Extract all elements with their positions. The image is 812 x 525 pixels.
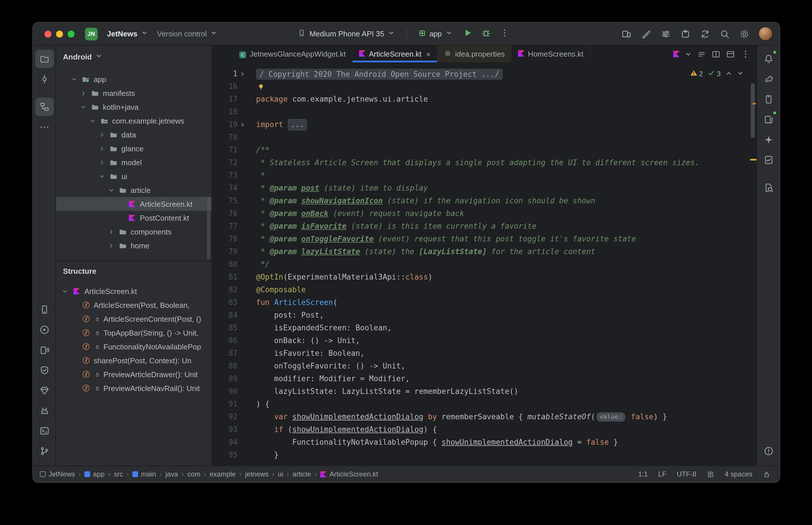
fold-arrow-icon[interactable] xyxy=(238,68,248,80)
app-quality-insights-icon[interactable] xyxy=(759,151,778,169)
breadcrumb-src[interactable]: src xyxy=(114,470,123,478)
chevron-expanded-icon[interactable] xyxy=(70,76,78,82)
editor-gutter[interactable]: 79 xyxy=(212,245,248,258)
file-encoding[interactable]: UTF-8 xyxy=(677,470,696,478)
code-line-83[interactable]: 83fun ArticleScreen( xyxy=(212,296,756,309)
analysis-marker[interactable] xyxy=(752,103,756,105)
readonly-toggle-icon[interactable] xyxy=(763,470,770,478)
editor-gutter[interactable]: 89 xyxy=(212,373,248,385)
editor-gutter[interactable]: 1 xyxy=(212,68,248,80)
breadcrumb-ui[interactable]: ui xyxy=(278,470,283,478)
search-everywhere-icon[interactable] xyxy=(717,26,733,42)
code-line-79[interactable]: 79 * @param lazyListState (state) the [L… xyxy=(212,245,756,258)
caret-position[interactable]: 1:1 xyxy=(638,470,648,478)
profile-avatar[interactable] xyxy=(758,27,773,41)
editor-preview-icon[interactable] xyxy=(726,49,735,59)
code-line-74[interactable]: 74 * @param post (state) item to display xyxy=(212,182,756,195)
settings-icon[interactable] xyxy=(736,26,752,42)
chevron-collapsed-icon[interactable] xyxy=(107,242,115,249)
project-tree-item-manifests[interactable]: manifests xyxy=(56,86,211,100)
project-tree-item-home[interactable]: home xyxy=(56,239,211,252)
structure-item-articlescreen-kt[interactable]: ArticleScreen.kt xyxy=(56,284,211,298)
line-separator[interactable]: LF xyxy=(658,470,666,478)
code-line-72[interactable]: 72 * Stateless Article Screen that displ… xyxy=(212,156,756,169)
chevron-collapsed-icon[interactable] xyxy=(107,228,115,235)
vcs-widget[interactable]: Version control xyxy=(152,27,222,41)
editor-gutter[interactable]: 88 xyxy=(212,360,248,373)
logcat-icon[interactable] xyxy=(35,401,54,420)
more-run-actions-button[interactable] xyxy=(496,26,512,42)
project-tree-item-articlescreen-kt[interactable]: ArticleScreen.kt xyxy=(56,197,211,211)
editor-gutter[interactable]: 19 xyxy=(212,118,248,131)
project-tree-item-model[interactable]: model xyxy=(56,155,211,169)
project-view-selector[interactable]: Android xyxy=(56,48,211,65)
project-tree-scrollbar[interactable] xyxy=(207,197,210,259)
editor-gutter[interactable]: 73 xyxy=(212,169,248,182)
run-config-selector[interactable]: app xyxy=(414,27,457,41)
editor-gutter[interactable]: 80 xyxy=(212,258,248,271)
breadcrumb-java[interactable]: java xyxy=(165,470,178,478)
code-line-76[interactable]: 76 * @param onBack (event) request navig… xyxy=(212,207,756,220)
chevron-expanded-icon[interactable] xyxy=(61,288,69,294)
code-line-86[interactable]: 86 onBack: () -> Unit, xyxy=(212,334,756,347)
notifications-bell-icon[interactable] xyxy=(759,50,778,68)
code-line-85[interactable]: 85 isExpandedScreen: Boolean, xyxy=(212,322,756,334)
minimize-window-button[interactable] xyxy=(56,30,63,37)
version-control-tool-icon[interactable] xyxy=(35,442,54,460)
project-tree-item-ui[interactable]: ui xyxy=(56,169,211,183)
code-line-70[interactable]: 70 xyxy=(212,131,756,144)
code-line-91[interactable]: 91) { xyxy=(212,398,756,411)
app-inspection-icon[interactable] xyxy=(35,361,54,379)
code-line-89[interactable]: 89 modifier: Modifier = Modifier, xyxy=(212,373,756,385)
chevron-expanded-icon[interactable] xyxy=(98,173,106,179)
code-line-81[interactable]: 81@OptIn(ExperimentalMaterial3Api::class… xyxy=(212,271,756,284)
code-line-18[interactable]: 18 xyxy=(212,106,756,118)
code-line-16[interactable]: 16 xyxy=(212,80,756,93)
project-tree-item-app[interactable]: app xyxy=(56,72,211,86)
editor-gutter[interactable]: 94 xyxy=(212,436,248,449)
code-line-17[interactable]: 17package com.example.jetnews.ui.article xyxy=(212,93,756,106)
editor-gutter[interactable]: 81 xyxy=(212,271,248,284)
code-line-71[interactable]: 71/** xyxy=(212,144,756,156)
code-line-78[interactable]: 78 * @param onToggleFavorite (event) req… xyxy=(212,233,756,245)
project-tree-item-glance[interactable]: glance xyxy=(56,141,211,155)
project-tool-icon[interactable] xyxy=(35,50,54,68)
indent-config[interactable]: 4 spaces xyxy=(725,470,752,478)
structure-item-functionalitynotavailablepop[interactable]: fFunctionalityNotAvailablePop xyxy=(56,340,211,354)
code-line-80[interactable]: 80 */ xyxy=(212,258,756,271)
ai-assistant-icon[interactable] xyxy=(638,26,654,42)
running-devices-tool-icon[interactable] xyxy=(35,341,54,359)
code-line-95[interactable]: 95 } xyxy=(212,449,756,462)
editor-gutter[interactable]: 83 xyxy=(212,296,248,309)
inspection-widget[interactable]: 2 3 xyxy=(688,68,746,80)
structure-item-topappbar-string-unit[interactable]: fTopAppBar(String, () -> Unit, xyxy=(56,326,211,340)
more-tool-windows-icon[interactable] xyxy=(35,118,54,136)
fold-arrow-icon[interactable] xyxy=(238,118,248,131)
project-selector[interactable]: JetNews xyxy=(102,27,152,41)
hidden-tabs-chevron-icon[interactable] xyxy=(685,50,692,58)
editor-gutter[interactable]: 74 xyxy=(212,182,248,195)
running-devices-icon[interactable] xyxy=(759,110,778,129)
chevron-expanded-icon[interactable] xyxy=(107,187,115,193)
run-button[interactable] xyxy=(459,26,475,42)
code-line-88[interactable]: 88 onToggleFavorite: () -> Unit, xyxy=(212,360,756,373)
code-line-92[interactable]: 92 var showUnimplementedActionDialog by … xyxy=(212,411,756,423)
structure-item-previewarticledrawer-unit[interactable]: fPreviewArticleDrawer(): Unit xyxy=(56,367,211,381)
problems-icon[interactable] xyxy=(759,442,778,460)
next-problem-icon[interactable] xyxy=(737,70,744,78)
editor-gutter[interactable]: 76 xyxy=(212,207,248,220)
editor-gutter[interactable]: 72 xyxy=(212,156,248,169)
code-line-87[interactable]: 87 isFavorite: Boolean, xyxy=(212,347,756,360)
structure-item-previewarticlenavrail-unit[interactable]: fPreviewArticleNavRail(): Unit xyxy=(56,381,211,395)
profiler-icon[interactable] xyxy=(35,381,54,400)
warnings-indicator[interactable]: 2 xyxy=(690,69,703,78)
gradle-icon[interactable] xyxy=(759,70,778,88)
quickfix-bulb-icon[interactable] xyxy=(256,83,265,90)
structure-item-articlescreencontent-post[interactable]: fArticleScreenContent(Post, () xyxy=(56,312,211,326)
run-tool-icon[interactable] xyxy=(35,320,54,339)
device-manager-icon[interactable] xyxy=(759,90,778,109)
editor-gutter[interactable]: 18 xyxy=(212,106,248,118)
device-selector[interactable]: Medium Phone API 35 xyxy=(293,27,399,41)
chevron-expanded-icon[interactable] xyxy=(79,104,87,110)
debug-button[interactable] xyxy=(478,26,494,42)
